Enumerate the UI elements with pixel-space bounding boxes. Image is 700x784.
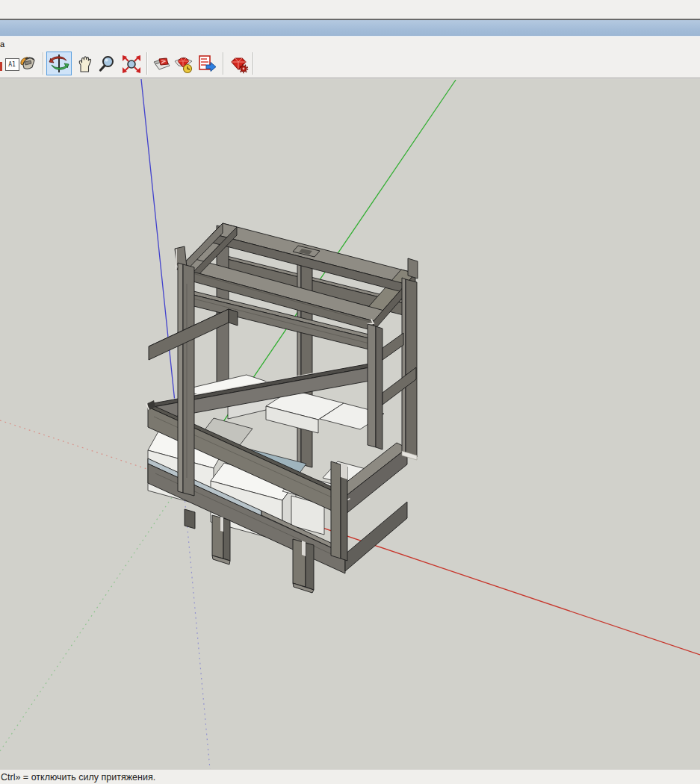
red-gem-clock-icon <box>174 55 193 74</box>
magnifier-arrows-icon <box>120 55 143 74</box>
paint-bucket-button[interactable] <box>18 55 37 74</box>
menu-row: a <box>0 37 700 49</box>
orbit-tool-button[interactable] <box>46 52 72 75</box>
toolbar-separator <box>146 52 148 75</box>
axis-green-negative <box>0 481 183 751</box>
3d-model-wooden-frame <box>146 223 418 593</box>
red-gem-gear-icon <box>229 55 249 74</box>
red-document-blue-arrow-icon <box>197 55 217 74</box>
orbit-icon <box>49 54 69 73</box>
zoom-tool-button[interactable] <box>98 55 117 74</box>
gray-sheets-red-cube-icon <box>152 55 172 74</box>
toolbar-separator <box>43 52 44 75</box>
magnifier-icon <box>98 55 117 74</box>
menu-overflow-text: a <box>0 40 4 49</box>
zoom-extents-button[interactable] <box>120 55 143 74</box>
status-bar: Ctrl» = отключить силу притяжения. <box>0 769 700 784</box>
plugin-sheets-button[interactable] <box>152 55 172 74</box>
model-left-post <box>178 263 194 496</box>
window-titlebar[interactable] <box>0 20 700 37</box>
pan-tool-button[interactable] <box>75 55 94 74</box>
plugin-export-button[interactable] <box>197 55 217 74</box>
paint-bucket-icon <box>18 55 37 74</box>
3d-viewport[interactable] <box>0 79 700 769</box>
hand-icon <box>75 55 94 74</box>
toolbar-separator <box>253 52 254 75</box>
sketchup-window: a A1 <box>0 0 700 784</box>
toolbar-separator <box>223 52 224 75</box>
plugin-ruby-gear-button[interactable] <box>229 55 249 74</box>
model-canvas <box>0 79 700 769</box>
status-hint-text: Ctrl» = отключить силу притяжения. <box>1 772 155 783</box>
toolbar: A1 <box>0 49 700 78</box>
plugin-ruby-clock-button[interactable] <box>174 55 193 74</box>
a1-label-icon: A1 <box>5 58 19 71</box>
window-top-strip <box>0 0 700 19</box>
